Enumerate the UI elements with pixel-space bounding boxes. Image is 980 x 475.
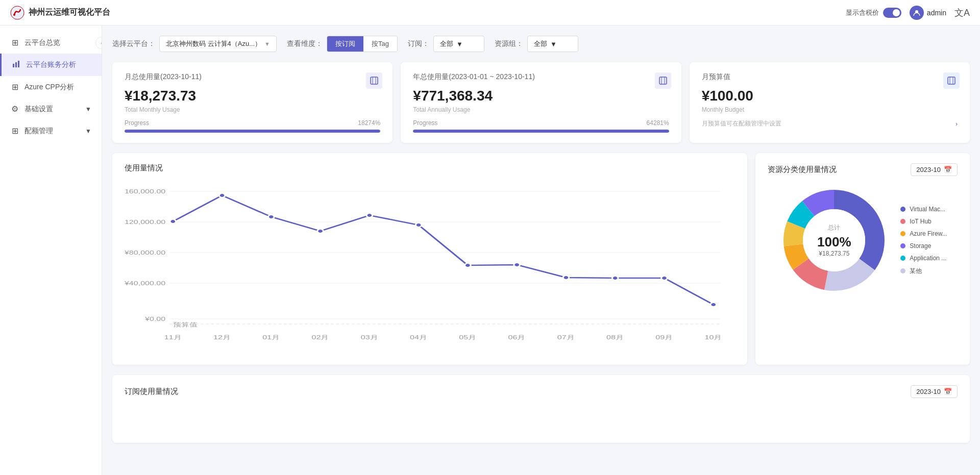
subscription-month-picker[interactable]: 2023-10 📅 bbox=[911, 385, 958, 398]
monthly-progress-value: 18274% bbox=[358, 119, 380, 127]
legend-dot bbox=[900, 243, 905, 248]
annual-card-title: 年总使用量(2023-01-01 ~ 2023-10-11) bbox=[413, 72, 669, 82]
tax-toggle-switch[interactable] bbox=[883, 8, 901, 18]
cloud-select[interactable]: 北京神州数码 云计算4（Azu...） ▼ bbox=[159, 36, 277, 52]
svg-rect-12 bbox=[948, 77, 955, 84]
header: 神州云运维可视化平台 显示含税价 admin 文A bbox=[0, 0, 980, 26]
svg-text:¥0.00: ¥0.00 bbox=[144, 316, 166, 322]
budget-amount: ¥100.00 bbox=[702, 88, 958, 104]
legend-dot bbox=[900, 256, 905, 261]
sidebar-item-label: 配额管理 bbox=[24, 127, 53, 136]
svg-point-33 bbox=[465, 263, 471, 267]
legend-item: Virtual Mac... bbox=[900, 206, 947, 213]
svg-text:预算值: 预算值 bbox=[173, 321, 198, 328]
donut-center-amount: ¥18,273.75 bbox=[817, 250, 851, 257]
chevron-down-icon: ▼ bbox=[456, 40, 463, 48]
chevron-down-icon: ▼ bbox=[550, 40, 557, 48]
legend-item: IoT Hub bbox=[900, 218, 947, 225]
annual-card: 年总使用量(2023-01-01 ~ 2023-10-11) ¥771,368.… bbox=[401, 62, 681, 143]
sidebar-item-label: 基础设置 bbox=[24, 105, 53, 114]
svg-point-27 bbox=[170, 219, 176, 223]
budget-card-icon bbox=[943, 72, 960, 89]
sidebar-item-quota[interactable]: ⊞ 配额管理 ▼ bbox=[0, 120, 102, 142]
usage-chart-card: 使用量情况 ¥160,000.00 ¥120,000.00 ¥80,000.00 bbox=[112, 153, 747, 365]
subscription-group: 订阅： 全部 ▼ bbox=[408, 36, 484, 52]
toolbar: 选择云平台： 北京神州数码 云计算4（Azu...） ▼ 查看维度： 按订阅 按… bbox=[112, 36, 970, 52]
donut-legend: Virtual Mac... IoT Hub Azure Firew... bbox=[900, 206, 947, 276]
svg-rect-3 bbox=[13, 64, 14, 67]
cloud-platform-group: 选择云平台： 北京神州数码 云计算4（Azu...） ▼ bbox=[112, 36, 277, 52]
donut-center-pct: 100% bbox=[817, 234, 851, 250]
sidebar-item-cpp[interactable]: ⊞ Azure CPP分析 bbox=[0, 76, 102, 98]
quota-icon: ⊞ bbox=[10, 126, 19, 136]
donut-section: 资源分类使用量情况 2023-10 📅 bbox=[755, 153, 970, 365]
resource-group-label: 资源组： bbox=[495, 39, 523, 48]
svg-text:¥120,000.00: ¥120,000.00 bbox=[125, 219, 166, 225]
monthly-amount: ¥18,273.73 bbox=[125, 88, 380, 104]
monthly-card: 月总使用量(2023-10-11) ¥18,273.73 Total Month… bbox=[112, 62, 393, 143]
svg-text:09月: 09月 bbox=[655, 334, 673, 340]
donut-title: 资源分类使用量情况 bbox=[768, 165, 837, 174]
view-by-tag-btn[interactable]: 按Tag bbox=[363, 36, 397, 52]
month-value: 2023-10 bbox=[916, 166, 941, 173]
calendar-icon: 📅 bbox=[944, 388, 952, 395]
svg-text:05月: 05月 bbox=[459, 334, 476, 340]
monthly-progress-fill bbox=[125, 130, 380, 133]
sidebar-item-settings[interactable]: ⚙ 基础设置 ▼ bbox=[0, 98, 102, 120]
annual-progress-bar bbox=[413, 130, 669, 133]
svg-text:10月: 10月 bbox=[705, 334, 722, 340]
legend-label: Virtual Mac... bbox=[910, 206, 945, 213]
legend-label: Azure Firew... bbox=[910, 230, 947, 237]
svg-point-0 bbox=[11, 6, 24, 19]
annual-amount: ¥771,368.34 bbox=[413, 88, 669, 104]
donut-chart: 总计 100% ¥18,273.75 bbox=[778, 184, 890, 296]
month-picker[interactable]: 2023-10 📅 bbox=[911, 163, 958, 176]
logo-icon bbox=[10, 6, 24, 20]
view-label: 查看维度： bbox=[287, 39, 323, 48]
sidebar-collapse-btn[interactable]: ‹ bbox=[95, 37, 102, 49]
svg-point-29 bbox=[268, 215, 274, 219]
annual-progress-value: 64281% bbox=[647, 119, 669, 127]
chart-icon bbox=[12, 60, 21, 70]
sidebar-item-label: Azure CPP分析 bbox=[24, 83, 74, 92]
svg-text:¥160,000.00: ¥160,000.00 bbox=[125, 188, 166, 194]
grid-icon: ⊞ bbox=[10, 38, 19, 47]
legend-dot bbox=[900, 231, 905, 236]
user-info[interactable]: admin bbox=[910, 6, 946, 20]
chevron-down-icon: ▼ bbox=[264, 41, 270, 47]
cards-row: 月总使用量(2023-10-11) ¥18,273.73 Total Month… bbox=[112, 62, 970, 143]
sidebar-item-label: 云平台账务分析 bbox=[26, 60, 76, 69]
svg-text:07月: 07月 bbox=[557, 334, 575, 340]
budget-card: 月预算值 ¥100.00 Monthly Budget 月预算值可在配额管理中设… bbox=[690, 62, 970, 143]
svg-point-31 bbox=[366, 213, 373, 217]
svg-text:12月: 12月 bbox=[213, 334, 231, 340]
svg-text:08月: 08月 bbox=[606, 334, 624, 340]
sidebar-item-analysis[interactable]: 云平台账务分析 bbox=[0, 54, 102, 76]
view-by-subscription-btn[interactable]: 按订阅 bbox=[327, 36, 363, 52]
cloud-label: 选择云平台： bbox=[112, 39, 155, 48]
lang-icon[interactable]: 文A bbox=[954, 7, 970, 19]
svg-text:04月: 04月 bbox=[410, 334, 427, 340]
subscription-select[interactable]: 全部 ▼ bbox=[433, 36, 484, 52]
svg-point-30 bbox=[317, 229, 324, 233]
monthly-card-title: 月总使用量(2023-10-11) bbox=[125, 72, 380, 82]
svg-rect-9 bbox=[659, 77, 667, 84]
svg-text:¥40,000.00: ¥40,000.00 bbox=[125, 280, 166, 286]
sidebar-item-dashboard[interactable]: ⊞ 云平台总览 ‹ bbox=[0, 32, 102, 54]
donut-center: 总计 100% ¥18,273.75 bbox=[817, 223, 851, 257]
budget-hint[interactable]: 月预算值可在配额管理中设置 › bbox=[702, 119, 958, 128]
tax-toggle[interactable]: 显示含税价 bbox=[846, 8, 901, 18]
subscription-header: 订阅使用量情况 2023-10 📅 bbox=[125, 385, 958, 398]
svg-point-1 bbox=[13, 14, 15, 16]
svg-point-32 bbox=[415, 223, 422, 227]
annual-subtitle: Total Annually Usage bbox=[413, 106, 669, 113]
sidebar-item-label: 云平台总览 bbox=[24, 38, 60, 47]
user-name: admin bbox=[927, 9, 946, 17]
avatar bbox=[910, 6, 924, 20]
arrow-right-icon: › bbox=[955, 120, 958, 128]
resource-group-select[interactable]: 全部 ▼ bbox=[527, 36, 578, 52]
main-content: 选择云平台： 北京神州数码 云计算4（Azu...） ▼ 查看维度： 按订阅 按… bbox=[102, 26, 980, 475]
cpp-icon: ⊞ bbox=[10, 82, 19, 92]
svg-rect-4 bbox=[15, 62, 17, 67]
subscription-section: 订阅使用量情况 2023-10 📅 bbox=[112, 375, 970, 443]
